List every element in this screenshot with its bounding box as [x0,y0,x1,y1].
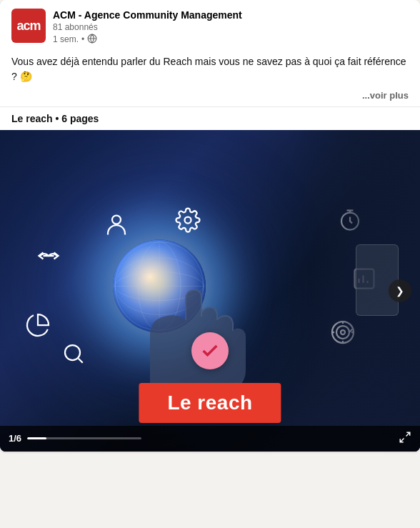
pie-icon [25,312,51,338]
svg-point-9 [185,216,191,223]
slide-banner: Le reach [139,383,281,423]
next-arrow[interactable]: ❯ [389,279,411,302]
phone-graphic [356,244,399,316]
handshake-icon [36,241,61,267]
progress-fill [27,437,46,439]
globe-icon [87,34,97,46]
svg-point-8 [112,215,121,224]
page-label: 1/6 [9,433,21,444]
fullscreen-button[interactable] [399,431,411,447]
svg-line-17 [400,438,404,442]
post-meta: 1 sem. • [53,34,409,46]
post-header: acm ACM - Agence Community Management 81… [0,0,420,51]
company-avatar[interactable]: acm [11,9,46,43]
svg-point-12 [65,345,80,360]
banner-text: Le reach [167,392,252,414]
hand-graphic [107,249,279,394]
avatar-initials: acm [16,19,40,34]
person-icon [104,212,129,238]
svg-line-16 [406,432,410,436]
progress-track [27,437,141,439]
post-text-content: Vous avez déjà entendu parler du Reach m… [11,56,406,82]
see-more-link[interactable]: ...voir plus [362,90,409,101]
company-name[interactable]: ACM - Agence Community Management [53,9,409,21]
post-body: Vous avez déjà entendu parler du Reach m… [0,51,420,90]
followers-count: 81 abonnés [53,21,409,34]
bottom-bar: 1/6 [0,426,420,452]
gear-icon-float [175,207,201,233]
next-arrow-icon: ❯ [396,285,404,297]
document-label: Le reach • 6 pages [0,106,420,130]
document-viewer: ❯ Le reach 1/6 [0,130,420,452]
page-indicator: 1/6 [9,433,141,444]
magnifier-icon [61,341,86,367]
see-more-container: ...voir plus [0,90,420,106]
checkmark-button[interactable] [191,332,229,369]
post-card: acm ACM - Agence Community Management 81… [0,0,420,452]
dot-separator: • [81,34,84,44]
post-time: 1 sem. [53,34,79,44]
header-info: ACM - Agence Community Management 81 abo… [53,9,409,46]
